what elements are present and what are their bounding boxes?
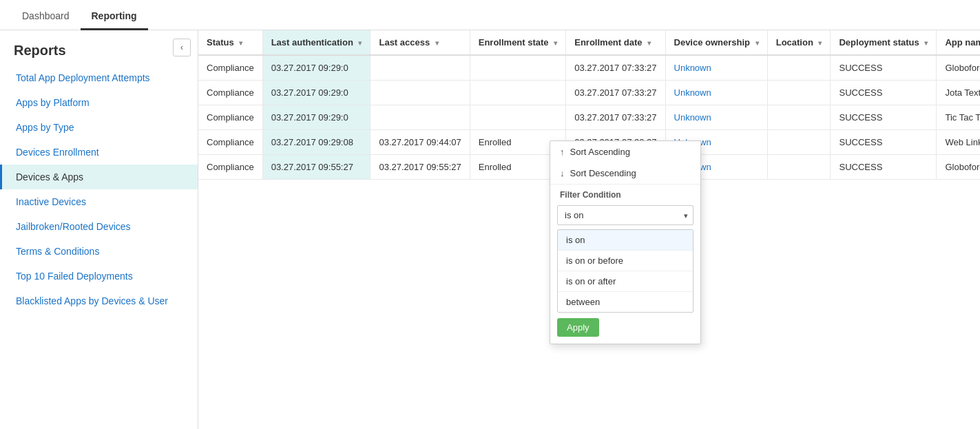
- cell-location: [767, 105, 831, 130]
- table-row: Compliance 03.27.2017 09:29:0 03.27.2017…: [198, 105, 980, 130]
- filter-condition-label: Filter Condition: [550, 184, 700, 202]
- col-location[interactable]: Location ▾: [767, 30, 831, 55]
- filter-select-wrapper: is on ▾: [557, 205, 694, 225]
- cell-device-ownership: Unknown: [665, 55, 767, 81]
- main-layout: Reports ‹ Total App Deployment Attempts …: [0, 30, 980, 429]
- cell-deploy-status: SUCCESS: [831, 81, 937, 105]
- sidebar-title: Reports: [0, 30, 198, 65]
- col-device-ownership[interactable]: Device ownership ▾: [665, 30, 767, 55]
- table-row: Compliance 03.27.2017 09:29:0 03.27.2017…: [198, 55, 980, 81]
- col-enrollment-state[interactable]: Enrollment state ▾: [470, 30, 565, 55]
- sidebar-item-devices-enrollment[interactable]: Devices Enrollment: [0, 140, 198, 165]
- col-enrollment-state-arrow: ▾: [554, 39, 557, 47]
- cell-status: Compliance: [198, 81, 262, 105]
- cell-location: [767, 155, 831, 180]
- col-last-auth[interactable]: Last authentication ▾: [262, 30, 371, 55]
- tab-dashboard[interactable]: Dashboard: [11, 3, 81, 30]
- sort-descending-item[interactable]: ↓ Sort Descending: [550, 163, 700, 184]
- cell-deploy-status: SUCCESS: [831, 105, 937, 130]
- sidebar: Reports ‹ Total App Deployment Attempts …: [0, 30, 198, 429]
- cell-last-auth: 03.27.2017 09:29:0: [262, 81, 371, 105]
- cell-last-access: 03.27.2017 09:55:27: [371, 155, 470, 180]
- cell-app-name: Web Link: [937, 130, 980, 155]
- cell-enroll-date: 03.27.2017 07:33:27: [566, 81, 665, 105]
- condition-between[interactable]: between: [558, 292, 693, 312]
- tab-reporting[interactable]: Reporting: [81, 3, 148, 30]
- cell-deploy-status: SUCCESS: [831, 55, 937, 81]
- cell-device-ownership: Unknown: [665, 81, 767, 105]
- sidebar-item-top10[interactable]: Top 10 Failed Deployments: [0, 264, 198, 289]
- cell-enroll-date: 03.27.2017 07:33:27: [566, 55, 665, 81]
- cell-location: [767, 81, 831, 105]
- cell-device-ownership: Unknown: [665, 105, 767, 130]
- cell-deploy-status: SUCCESS: [831, 155, 937, 180]
- cell-location: [767, 55, 831, 81]
- cell-last-auth: 03.27.2017 09:29:0: [262, 105, 371, 130]
- col-last-access-arrow: ▾: [435, 39, 439, 47]
- col-enrollment-date-arrow: ▾: [647, 39, 651, 47]
- cell-app-name: Jota Text Editor: [937, 81, 980, 105]
- cell-enroll-date: 03.27.2017 07:33:27: [566, 105, 665, 130]
- col-location-arrow: ▾: [818, 39, 822, 47]
- sidebar-item-blacklisted[interactable]: Blacklisted Apps by Devices & User: [0, 289, 198, 313]
- col-deployment-status[interactable]: Deployment status ▾: [831, 30, 937, 55]
- cell-location: [767, 130, 831, 155]
- condition-is-on-or-after[interactable]: is on or after: [558, 271, 693, 292]
- sidebar-item-apps-type[interactable]: Apps by Type: [0, 115, 198, 140]
- cell-status: Compliance: [198, 130, 262, 155]
- sidebar-item-total-app[interactable]: Total App Deployment Attempts: [0, 65, 198, 90]
- collapse-button[interactable]: ‹: [173, 39, 191, 56]
- col-last-auth-arrow: ▾: [358, 39, 362, 47]
- condition-is-on-or-before[interactable]: is on or before: [558, 251, 693, 271]
- table-header-row: Status ▾ Last authentication ▾ Last acce…: [198, 30, 980, 55]
- col-app-name[interactable]: App name: [937, 30, 980, 55]
- cell-last-access: [371, 105, 470, 130]
- cell-status: Compliance: [198, 55, 262, 81]
- apply-filter-button[interactable]: Apply: [557, 318, 599, 337]
- sidebar-item-inactive-devices[interactable]: Inactive Devices: [0, 189, 198, 214]
- cell-enroll-state: [470, 55, 565, 81]
- column-filter-dropdown: ↑ Sort Ascending ↓ Sort Descending Filte…: [550, 140, 701, 344]
- col-deployment-status-arrow: ▾: [924, 39, 928, 47]
- cell-last-auth: 03.27.2017 09:29:0: [262, 55, 371, 81]
- cell-deploy-status: SUCCESS: [831, 130, 937, 155]
- col-device-ownership-arrow: ▾: [755, 39, 759, 47]
- cell-last-auth: 03.27.2017 09:55:27: [262, 155, 371, 180]
- sidebar-item-apps-platform[interactable]: Apps by Platform: [0, 90, 198, 115]
- sidebar-item-terms[interactable]: Terms & Conditions: [0, 239, 198, 264]
- cell-status: Compliance: [198, 155, 262, 180]
- filter-condition-select[interactable]: is on: [557, 205, 694, 225]
- cell-last-access: [371, 81, 470, 105]
- cell-last-auth: 03.27.2017 09:29:08: [262, 130, 371, 155]
- sort-asc-icon: ↑: [560, 147, 565, 157]
- cell-last-access: 03.27.2017 09:44:07: [371, 130, 470, 155]
- col-status[interactable]: Status ▾: [198, 30, 262, 55]
- cell-app-name: Globoforce_SA: [937, 155, 980, 180]
- cell-last-access: [371, 55, 470, 81]
- sidebar-item-jailbroken[interactable]: Jailbroken/Rooted Devices: [0, 214, 198, 239]
- condition-options-list: is on is on or before is on or after bet…: [557, 229, 694, 313]
- col-status-arrow: ▾: [239, 39, 242, 47]
- condition-is-on[interactable]: is on: [558, 230, 693, 251]
- cell-app-name: Globoforce_SA: [937, 55, 980, 81]
- sort-desc-icon: ↓: [560, 168, 565, 178]
- content-area: Status ▾ Last authentication ▾ Last acce…: [198, 30, 980, 429]
- col-enrollment-date[interactable]: Enrollment date ▾: [566, 30, 665, 55]
- cell-app-name: Tic Tac Toe Fre: [937, 105, 980, 130]
- cell-status: Compliance: [198, 105, 262, 130]
- sidebar-item-devices-apps[interactable]: Devices & Apps: [0, 165, 198, 189]
- cell-enroll-state: [470, 105, 565, 130]
- col-last-access[interactable]: Last access ▾: [371, 30, 470, 55]
- cell-enroll-state: [470, 81, 565, 105]
- sort-ascending-item[interactable]: ↑ Sort Ascending: [550, 141, 700, 163]
- table-row: Compliance 03.27.2017 09:29:0 03.27.2017…: [198, 81, 980, 105]
- top-navigation: Dashboard Reporting: [0, 0, 980, 30]
